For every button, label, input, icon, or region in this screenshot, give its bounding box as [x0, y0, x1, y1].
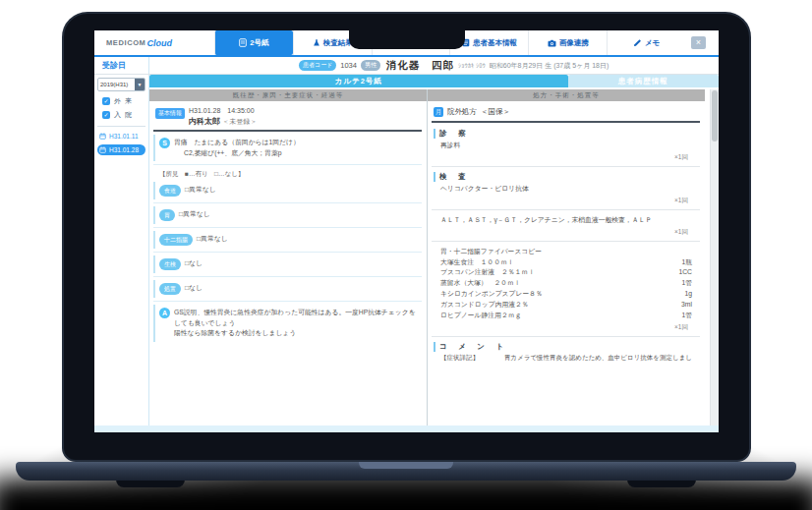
- karte-entry-header: 基本情報 H31.01.28 14:35:00 内科太郎 ＜未登録＞: [153, 105, 422, 132]
- soap-a-text: GS説明、慢性胃炎に急性炎症が加わった可能性はある。一度HP抗体チェックをしても…: [174, 308, 420, 339]
- visit-date-item[interactable]: H31.01.11: [97, 131, 145, 142]
- stomach-badge: 胃: [159, 209, 175, 221]
- progress-column-header: 既往歴・原因・主要症状・経過等: [149, 89, 427, 101]
- patient-code-badge: 患者コード: [299, 60, 336, 71]
- filter-label: 外 来: [114, 96, 133, 106]
- order-count: ×1回: [434, 153, 698, 162]
- flask-icon: [313, 38, 320, 47]
- insurance-type: ＜国保＞: [481, 107, 510, 117]
- row-separator: [153, 276, 422, 277]
- duodenum-badge: 十二指腸: [159, 234, 193, 246]
- filter-label: 入 院: [114, 110, 133, 120]
- screen-bottom-strip: [94, 425, 719, 432]
- checkbox-checked-icon[interactable]: ✓: [102, 97, 110, 105]
- order-count: ×1回: [434, 197, 698, 205]
- checkbox-checked-icon[interactable]: ✓: [102, 111, 110, 119]
- order-item: ガスコンドロップ内用液２％3ml: [434, 300, 698, 311]
- soap-s-badge: S: [159, 138, 170, 148]
- laptop-lid-notch: [359, 462, 453, 469]
- document-2-icon: [239, 38, 247, 47]
- entry-status: ＜未登録＞: [222, 118, 257, 125]
- visit-date-title: 受診日: [94, 57, 149, 74]
- progress-column: 既往歴・原因・主要症状・経過等 基本情報 H31.01.28 14:35:00 …: [149, 89, 428, 432]
- orders-column-body[interactable]: 月 院外処方 ＜国保＞ 診 察 再診料 ×1回: [428, 101, 705, 432]
- soap-assessment-row[interactable]: A GS説明、慢性胃炎に急性炎症が加わった可能性はある。一度HP抗体チェックをし…: [153, 305, 422, 342]
- tab-patient-history[interactable]: 患者病歴情報: [568, 75, 719, 87]
- order-item: 大塚生食注 １００ｍｌ1瓶: [434, 257, 698, 268]
- row-separator: [153, 227, 422, 228]
- order-item: 胃・十二指腸ファイバースコピー: [434, 247, 698, 257]
- patient-kana: ｼｮｳｶｷ ｼﾛｳ: [458, 62, 486, 69]
- section-separator: [432, 336, 700, 337]
- section-title: 診 察: [434, 129, 698, 139]
- patient-info: 患者コード 1034 男性 消化器 四郎 ｼｮｳｶｷ ｼﾛｳ 昭和60年8月29…: [149, 57, 719, 74]
- visit-date-sidebar: 2019(H31) ▼ ✓ 外 来 ✓ 入 院 H31.01.11: [94, 75, 149, 432]
- section-separator: [432, 241, 700, 242]
- nav-tab-image-link[interactable]: 画像連携: [528, 30, 607, 55]
- row-separator: [153, 252, 422, 253]
- main-panel: カルテ2号紙 患者病歴情報 既往歴・原因・主要症状・経過等 基本情報 H: [149, 75, 719, 432]
- app-logo: MEDICOM Cloud: [94, 30, 214, 55]
- patient-birthdate: 昭和60年8月29日 生 (37歳 5ヶ月 18日): [490, 61, 609, 71]
- nav-tab-label: 画像連携: [559, 38, 589, 48]
- pencil-icon: [633, 38, 642, 47]
- patient-sex-badge: 男性: [361, 60, 380, 71]
- section-separator: [432, 166, 700, 167]
- chevron-down-icon[interactable]: ▼: [135, 79, 145, 90]
- biopsy-badge: 生検: [159, 258, 181, 270]
- karte-tabs: カルテ2号紙 患者病歴情報: [149, 75, 719, 87]
- order-count: ×1回: [434, 323, 698, 332]
- soap-s-text: 胃痛 たまにある（前回からは1回だけ） C2,萎縮び(++、底／角大；胃薬p: [174, 138, 300, 158]
- visit-date-item-selected[interactable]: H31.01.28: [97, 144, 145, 155]
- tab-karte-no2[interactable]: カルテ2号紙: [149, 75, 568, 87]
- order-section-test[interactable]: 検 査 ヘリコバクター・ピロリ抗体 ×1回: [432, 169, 700, 207]
- basic-info-badge: 基本情報: [155, 108, 185, 119]
- calendar-icon: [99, 146, 106, 153]
- progress-column-body[interactable]: 基本情報 H31.01.28 14:35:00 内科太郎 ＜未登録＞ S: [149, 101, 427, 432]
- visit-date-label: H31.01.28: [109, 146, 139, 153]
- treatment-row[interactable]: 処置 □なし: [153, 280, 422, 298]
- patient-bar: 受診日 患者コード 1034 男性 消化器 四郎 ｼｮｳｶｷ ｼﾛｳ 昭和60年…: [94, 57, 719, 75]
- soap-subjective-row[interactable]: S 胃痛 たまにある（前回からは1回だけ） C2,萎縮び(++、底／角大；胃薬p: [153, 135, 422, 161]
- order-item: ブスコパン注射液 ２％１ｍｌ1CC: [434, 267, 698, 278]
- order-section-bloodtest[interactable]: ＡＬＴ，ＡＳＴ，γ－ＧＴ，クレアチニン，末梢血液一般検査，ＡＬＰ ×1回: [432, 212, 700, 239]
- year-select[interactable]: 2019(H31) ▼: [97, 78, 145, 91]
- karte-columns: 既往歴・原因・主要症状・経過等 基本情報 H31.01.28 14:35:00 …: [149, 89, 719, 432]
- laptop-base: [16, 462, 796, 481]
- row-separator: [153, 301, 422, 302]
- nav-tab-memo[interactable]: メモ: [607, 30, 685, 55]
- biopsy-row[interactable]: 生検 □なし: [153, 255, 422, 273]
- close-button[interactable]: ×: [691, 36, 706, 49]
- duodenum-row[interactable]: 十二指腸 □異常なし: [153, 231, 422, 249]
- screen: MEDICOM Cloud 2号紙 検査結果 確認事項: [94, 30, 719, 432]
- comment-label: 【症状詳記】: [440, 354, 479, 363]
- esophagus-row[interactable]: 食道 □異常なし: [153, 182, 422, 199]
- treatment-badge: 処置: [159, 283, 181, 295]
- order-section-endoscopy[interactable]: 胃・十二指腸ファイバースコピー 大塚生食注 １００ｍｌ1瓶 ブスコパン注射液 ２…: [432, 244, 700, 334]
- entry-datetime: H31.01.28 14:35:00: [189, 106, 257, 116]
- comment-section[interactable]: コ メ ン ト 【症状詳記】 胃カメラで慢性胃炎を認めたため、血中ピロリ抗体を測…: [432, 339, 700, 365]
- order-count: ×1回: [434, 228, 698, 237]
- orders-column-header: 処方・手術・処置等: [428, 89, 705, 101]
- soap-a-badge: A: [159, 308, 170, 318]
- scrollbar-track[interactable]: [710, 89, 719, 432]
- logo-text-cloud: Cloud: [146, 38, 172, 48]
- comment-text: 胃カメラで慢性胃炎を認めたため、血中ピロリ抗体を測定しまし: [504, 354, 692, 363]
- filter-outpatient[interactable]: ✓ 外 来: [94, 94, 148, 108]
- section-title: 検 査: [434, 172, 698, 182]
- row-separator: [153, 164, 422, 165]
- nav-tab-karte2[interactable]: 2号紙: [214, 30, 293, 55]
- calendar-icon: [99, 133, 106, 140]
- camera-notch: [349, 30, 465, 49]
- scrollbar-thumb[interactable]: [712, 90, 718, 142]
- nav-tab-label: 2号紙: [250, 38, 268, 48]
- entry-doctor: 内科太郎 ＜未登録＞: [189, 116, 257, 127]
- stomach-row[interactable]: 胃 □異常なし: [153, 206, 422, 224]
- filter-inpatient[interactable]: ✓ 入 院: [94, 108, 148, 122]
- content-area: 2019(H31) ▼ ✓ 外 来 ✓ 入 院 H31.01.11: [94, 75, 719, 432]
- order-section-exam[interactable]: 診 察 再診料 ×1回: [432, 126, 700, 164]
- order-item: ロヒプノール静注用２ｍｇ1管: [434, 311, 698, 321]
- visit-date-label: H31.01.11: [109, 133, 139, 140]
- camera-icon: [548, 39, 556, 47]
- order-item: キシロカインポンプスプレー８％1g: [434, 289, 698, 300]
